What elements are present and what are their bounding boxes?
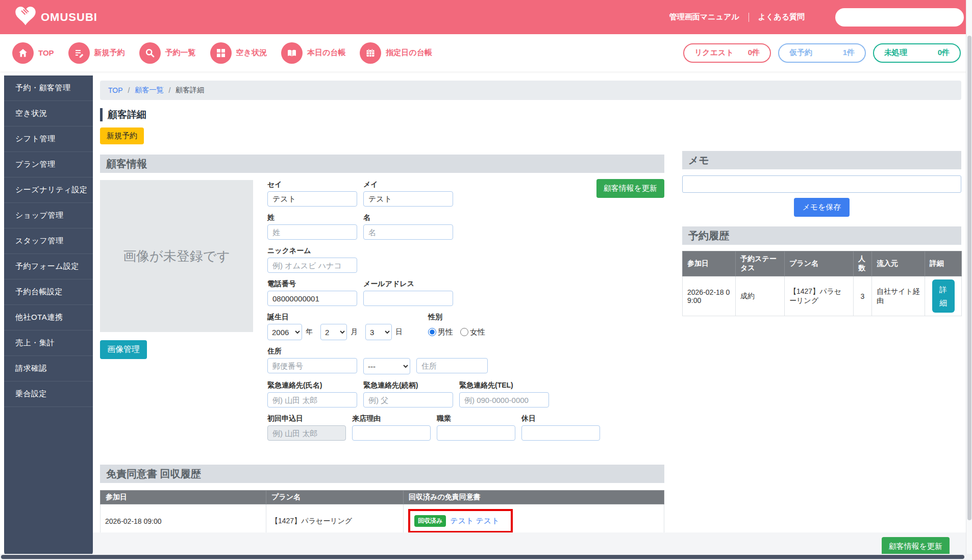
breadcrumb: TOP / 顧客一覧 / 顧客詳細 (100, 81, 961, 100)
last-name-field[interactable] (267, 224, 357, 240)
nav-item-top[interactable]: TOP (12, 42, 54, 64)
gender-female-radio[interactable]: 女性 (460, 327, 485, 337)
search-icon (139, 42, 161, 64)
memo-save-button[interactable]: メモを保存 (794, 198, 849, 217)
sidebar-item-reservation-customer[interactable]: 予約・顧客管理 (4, 75, 93, 101)
visit-reason-field[interactable] (352, 425, 431, 441)
request-count-badge[interactable]: リクエスト 0件 (683, 43, 771, 63)
birthday-label: 誕生日 (267, 313, 407, 322)
occupation-field[interactable] (437, 425, 515, 441)
new-reservation-button[interactable]: 新規予約 (100, 128, 144, 144)
page-title: 顧客詳細 (100, 108, 664, 121)
red-annotation-box: 回収済み テスト テスト (408, 509, 513, 533)
phone-field[interactable] (267, 291, 357, 306)
breadcrumb-top-link[interactable]: TOP (108, 86, 123, 94)
top-header-bar: OMUSUBI 管理画面マニュアル よくある質問 (0, 0, 972, 34)
mei-label: メイ (363, 180, 453, 189)
occupation-label: 職業 (437, 414, 515, 423)
sidebar-item-plan[interactable]: プラン管理 (4, 152, 93, 177)
emergency-tel-field[interactable] (459, 392, 549, 408)
birth-year-select[interactable]: 2006 (267, 324, 302, 340)
sidebar-item-sales[interactable]: 売上・集計 (4, 330, 93, 356)
status-badges: リクエスト 0件 仮予約 1件 未処理 0件 (683, 43, 961, 63)
update-customer-info-button-top[interactable]: 顧客情報を更新 (596, 179, 664, 198)
birth-month-select[interactable]: 2 (320, 324, 347, 340)
horizontal-scrollbar[interactable] (0, 554, 972, 560)
nav-item-reservation-list[interactable]: 予約一覧 (139, 42, 196, 64)
rh-col-status: 予約ステータス (736, 251, 785, 276)
address-field[interactable] (416, 358, 488, 373)
faq-link[interactable]: よくある質問 (758, 12, 805, 22)
first-name-field[interactable] (363, 224, 453, 240)
image-manage-button[interactable]: 画像管理 (100, 340, 147, 359)
emergency-name-field[interactable] (267, 392, 357, 408)
reservation-history-row: 2026-02-18 09:00 成約 【1427】パラセーリング 3 自社サイ… (683, 276, 962, 316)
waiver-section-title: 免責同意書 回収履歴 (100, 465, 664, 483)
sidebar-item-shop[interactable]: ショップ管理 (4, 203, 93, 228)
brand-logo[interactable]: OMUSUBI (15, 7, 97, 28)
visit-reason-label: 来店理由 (352, 414, 431, 423)
postal-code-field[interactable] (267, 358, 357, 373)
first-application-date-label: 初回申込日 (267, 414, 346, 423)
customer-info-section-title: 顧客情報 (100, 155, 664, 173)
mei-field[interactable] (363, 191, 453, 207)
reservation-detail-button[interactable]: 詳細 (932, 279, 955, 313)
temporary-reservation-count-badge[interactable]: 仮予約 1件 (778, 43, 866, 63)
sidebar-item-rideshare[interactable]: 乗合設定 (4, 381, 93, 407)
new-reservation-icon (68, 42, 90, 64)
nickname-field[interactable] (267, 258, 357, 273)
admin-manual-link[interactable]: 管理画面マニュアル (669, 12, 739, 22)
unprocessed-count-badge[interactable]: 未処理 0件 (873, 43, 961, 63)
rh-date-cell: 2026-02-18 09:00 (683, 276, 736, 316)
header-shop-pill[interactable] (835, 8, 964, 27)
nav-item-today-ledger[interactable]: 本日の台帳 (281, 42, 345, 64)
main-navbar: TOP 新規予約 予約一覧 空き状況 本日の台帳 (0, 34, 972, 71)
sei-label: セイ (267, 180, 357, 189)
customer-info-section: 顧客情報 顧客情報を更新 画像が未登録です 画像管理 セイ メイ (100, 155, 664, 447)
sidebar-item-seasonality[interactable]: シーズナリティ設定 (4, 177, 93, 203)
sidebar-item-billing[interactable]: 請求確認 (4, 356, 93, 381)
sei-field[interactable] (267, 191, 357, 207)
breadcrumb-current: 顧客詳細 (176, 86, 204, 95)
month-suffix: 月 (351, 327, 358, 337)
sidebar-item-ota[interactable]: 他社OTA連携 (4, 305, 93, 330)
vertical-scrollbar[interactable] (966, 0, 972, 554)
emergency-tel-label: 緊急連絡先(TEL) (459, 381, 549, 390)
holiday-label: 休日 (521, 414, 600, 423)
birth-day-select[interactable]: 3 (365, 324, 392, 340)
prefecture-select[interactable]: --- (363, 358, 410, 374)
year-suffix: 年 (306, 327, 313, 337)
vertical-scrollbar-thumb[interactable] (967, 36, 971, 520)
sidebar-item-reservation-form[interactable]: 予約フォーム設定 (4, 254, 93, 279)
gender-label: 性別 (428, 313, 485, 322)
holiday-field[interactable] (521, 425, 600, 441)
sidebar-item-staff[interactable]: スタッフ管理 (4, 228, 93, 254)
sidebar-item-availability[interactable]: 空き状況 (4, 101, 93, 126)
waiver-col-plan: プラン名 (266, 491, 404, 504)
emergency-relation-field[interactable] (363, 392, 453, 408)
grid-icon (210, 42, 232, 64)
omusubi-heart-logo-icon (15, 7, 36, 28)
emergency-name-label: 緊急連絡先(氏名) (267, 381, 357, 390)
brand-name: OMUSUBI (41, 11, 97, 24)
phone-label: 電話番号 (267, 279, 357, 289)
email-field[interactable] (363, 291, 453, 306)
main-content: 顧客詳細 新規予約 顧客情報 顧客情報を更新 画像が未登録です 画像管理 セイ (100, 108, 664, 538)
waiver-col-collected: 回収済みの免責同意書 (404, 491, 664, 504)
customer-image-placeholder: 画像が未登録です (100, 180, 253, 332)
horizontal-scrollbar-thumb[interactable] (1, 555, 964, 559)
rh-col-date: 参加日 (683, 251, 736, 276)
waiver-document-link[interactable]: テスト テスト (450, 516, 499, 526)
breadcrumb-customer-list-link[interactable]: 顧客一覧 (135, 86, 163, 95)
nav-item-availability[interactable]: 空き状況 (210, 42, 267, 64)
first-application-date-field (267, 425, 346, 441)
memo-input[interactable] (682, 175, 961, 193)
update-customer-info-button-bottom[interactable]: 顧客情報を更新 (882, 537, 950, 556)
sidebar-item-shift[interactable]: シフト管理 (4, 126, 93, 152)
nav-item-dated-ledger[interactable]: 指定日の台帳 (360, 42, 432, 64)
nav-item-new-reservation[interactable]: 新規予約 (68, 42, 125, 64)
gender-male-radio[interactable]: 男性 (428, 327, 453, 337)
sidebar-item-ledger-settings[interactable]: 予約台帳設定 (4, 279, 93, 305)
memo-section-title: メモ (682, 151, 961, 169)
book-icon (281, 42, 303, 64)
